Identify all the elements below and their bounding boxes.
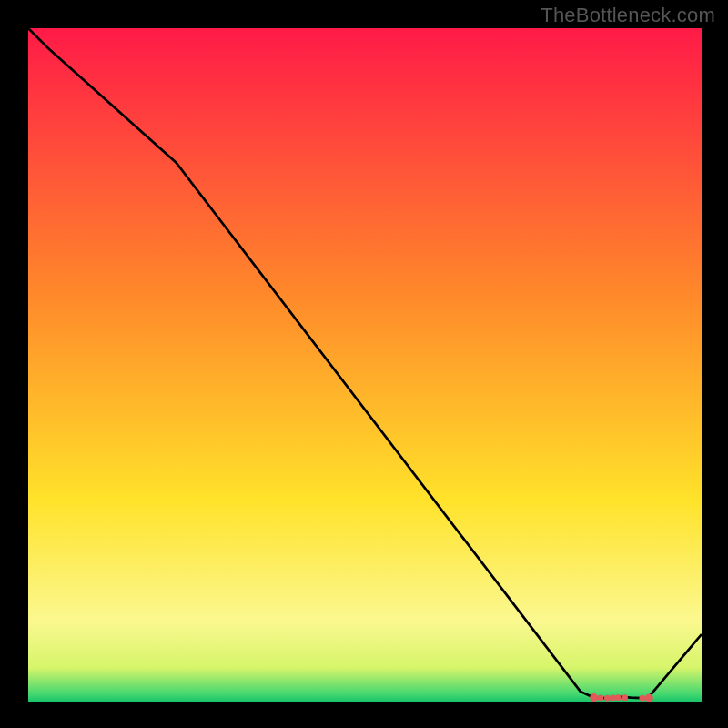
line-overlay bbox=[28, 28, 702, 702]
data-marker bbox=[598, 695, 604, 702]
data-marker bbox=[640, 695, 646, 702]
data-line bbox=[28, 28, 702, 698]
data-marker bbox=[645, 693, 653, 702]
data-marker bbox=[622, 694, 628, 701]
data-marker bbox=[610, 695, 616, 702]
data-marker bbox=[590, 693, 598, 702]
chart-container: TheBottleneck.com bbox=[0, 0, 728, 728]
data-marker bbox=[604, 695, 611, 702]
watermark-label: TheBottleneck.com bbox=[541, 4, 715, 27]
plot-area bbox=[27, 27, 703, 703]
data-marker bbox=[615, 694, 622, 701]
